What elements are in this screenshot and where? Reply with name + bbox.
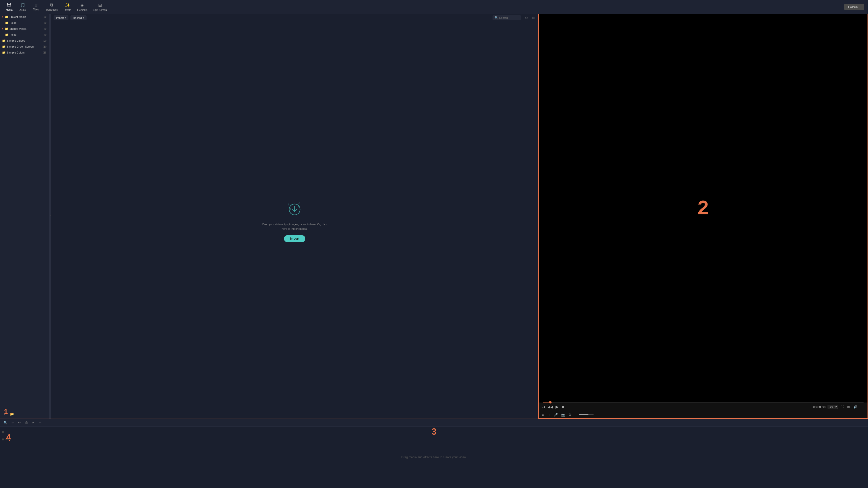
project-media-label: Project Media (9, 15, 43, 18)
record-button[interactable]: Record ▾ (70, 15, 86, 20)
sidebar-item-folder-2[interactable]: 📁 Folder (0) (0, 32, 49, 38)
drop-area: ♪ ♫ Drop your video clips, images, or au… (51, 22, 538, 419)
toolbar-audio-label: Audio (19, 9, 26, 11)
toolbar-effects[interactable]: ✨ Effects (61, 1, 74, 12)
grid-icon[interactable]: ⊞ (531, 15, 536, 20)
toolbar-media-label: Media (6, 8, 12, 11)
sidebar-item-sample-videos[interactable]: 📁 Sample Videos (20) (0, 38, 49, 44)
zoom-slider[interactable] (579, 414, 594, 415)
toolbar-titles[interactable]: T Titles (30, 2, 42, 12)
drop-icon: ♪ ♫ (285, 198, 305, 218)
track-dot (2, 431, 4, 433)
zoom-in-icon[interactable]: + (595, 413, 599, 417)
export-button[interactable]: EXPORT (844, 4, 864, 10)
speed-select[interactable]: 1/2 1/1 2x (828, 405, 838, 409)
folder-2-label: Folder (10, 33, 43, 36)
sidebar-tree: ▾ 📁 Project Media (0) 📁 Folder (0) ▾ 📁 S… (0, 14, 49, 409)
timeline-delete-icon[interactable]: 🗑 (24, 420, 29, 425)
shared-media-label: Shared Media (9, 27, 43, 30)
folder-icon: 📁 (2, 39, 6, 42)
region-label-1: 1 (4, 408, 8, 416)
split-icon[interactable]: ⧉ (568, 412, 572, 417)
toolbar-elements[interactable]: ◈ Elements (75, 1, 90, 12)
media-icon: 🎞 (7, 2, 11, 8)
filter-icon[interactable]: ⚙ (524, 15, 529, 20)
seekbar[interactable] (542, 402, 864, 402)
crop-icon[interactable]: ⧈ (541, 412, 545, 417)
sample-videos-count: (20) (43, 39, 48, 42)
timeline-split-icon[interactable]: ⊢ (38, 420, 42, 425)
split-screen-icon: ⊟ (98, 2, 102, 8)
seekbar-fill (542, 402, 549, 402)
track-dot (2, 438, 4, 441)
toolbar-media[interactable]: 🎞 Media (3, 1, 16, 12)
svg-text:♫: ♫ (298, 201, 300, 205)
sidebar-folder-button[interactable]: 📂 (9, 412, 15, 416)
timeline-cursor (12, 444, 12, 488)
stabilize-icon[interactable]: ⊡ (547, 413, 551, 417)
zoom-out-icon[interactable]: − (574, 413, 577, 417)
folder-icon: 📁 (5, 33, 9, 36)
timeline-cut-icon[interactable]: ✂ (31, 420, 36, 425)
zoom-fill (579, 414, 589, 415)
toolbar-titles-label: Titles (33, 8, 39, 11)
timeline-redo-icon[interactable]: ↪ (17, 420, 22, 425)
play-button[interactable]: ▶ (555, 404, 559, 410)
folder-icon: 📁 (5, 27, 8, 31)
svg-text:♪: ♪ (288, 202, 289, 206)
titles-icon: T (35, 3, 37, 7)
project-media-count: (0) (44, 15, 48, 18)
timeline-zoom-icon[interactable]: 🔍 (2, 420, 8, 425)
toolbar-split-screen-label: Split Screen (93, 9, 107, 11)
sample-colors-label: Sample Colors (7, 51, 42, 54)
timeline-undo-icon[interactable]: ↩ (10, 420, 15, 425)
volume-icon[interactable]: 🔊 (852, 404, 858, 409)
search-input[interactable] (499, 17, 519, 19)
search-box: 🔍 (493, 15, 521, 20)
toolbar-split-screen[interactable]: ⊟ Split Screen (91, 1, 110, 12)
track-line (5, 432, 10, 432)
region-label-4: 4 (6, 432, 11, 443)
seekbar-handle[interactable] (549, 401, 552, 403)
fit-icon[interactable]: ⊞ (846, 404, 851, 409)
folder-1-label: Folder (10, 21, 43, 24)
sidebar-item-folder-1[interactable]: 📁 Folder (0) (0, 20, 49, 26)
top-toolbar: 🎞 Media 🎵 Audio T Titles ⧉ Transitions ✨… (0, 0, 868, 14)
toolbar-transitions[interactable]: ⧉ Transitions (43, 1, 60, 12)
media-toolbar: Import ▾ Record ▾ 🔍 ⚙ ⊞ (51, 14, 538, 22)
record-label: Record (73, 17, 82, 19)
region-label-2: 2 (698, 196, 709, 219)
transitions-icon: ⧉ (50, 2, 53, 8)
record-chevron-icon: ▾ (83, 17, 84, 19)
import-button[interactable]: Import ▾ (54, 15, 68, 20)
sample-colors-count: (15) (43, 51, 48, 54)
effects-icon: ✨ (65, 2, 70, 8)
step-back-button[interactable]: ⏮ (541, 404, 546, 410)
sidebar-item-sample-green-screen[interactable]: 📁 Sample Green Screen (10) (0, 44, 49, 50)
sample-videos-label: Sample Videos (7, 39, 42, 42)
track-row-2 (0, 436, 868, 443)
content-row: ▾ 📁 Project Media (0) 📁 Folder (0) ▾ 📁 S… (0, 14, 868, 419)
region-label-3: 3 (432, 426, 436, 437)
seekbar-container (539, 401, 868, 402)
preview-panel: 2 ⏮ ◀◀ ▶ ⏹ 00:00:00:00 1/2 1/1 2x (538, 14, 868, 419)
import-cta-button[interactable]: Import (284, 235, 305, 242)
camera-icon[interactable]: 📷 (560, 413, 566, 417)
sidebar-item-sample-colors[interactable]: 📁 Sample Colors (15) (0, 50, 49, 56)
bottom-panel: 🔍 ↩ ↪ 🗑 ✂ ⊢ Drag media and effects here … (0, 419, 868, 488)
folder-1-count: (0) (44, 22, 48, 24)
timeline-area: Drag media and effects here to create yo… (0, 426, 868, 488)
expand-icon[interactable]: ↔ (860, 404, 865, 409)
stop-button[interactable]: ⏹ (560, 404, 565, 410)
mic-icon[interactable]: 🎤 (553, 413, 559, 417)
play-reverse-button[interactable]: ◀◀ (547, 404, 554, 410)
sample-green-screen-count: (10) (43, 45, 48, 48)
sidebar-item-project-media[interactable]: ▾ 📁 Project Media (0) (0, 14, 49, 20)
sidebar-item-shared-media[interactable]: ▾ 📁 Shared Media (0) (0, 26, 49, 32)
timeline-drop-text: Drag media and effects here to create yo… (401, 456, 466, 459)
toolbar-audio[interactable]: 🎵 Audio (17, 1, 29, 12)
fullscreen-icon[interactable]: ⛶ (839, 404, 845, 409)
timeline-toolbar: 🔍 ↩ ↪ 🗑 ✂ ⊢ (0, 419, 868, 426)
toolbar-effects-label: Effects (64, 9, 71, 11)
toolbar-elements-label: Elements (77, 9, 88, 11)
